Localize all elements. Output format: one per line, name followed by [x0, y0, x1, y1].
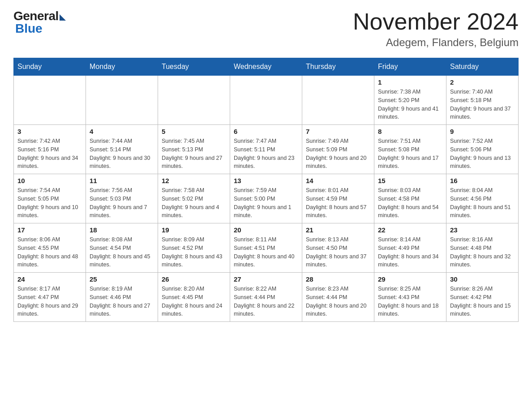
day-info: Sunrise: 7:42 AMSunset: 5:16 PMDaylight:… — [17, 137, 82, 171]
day-info: Sunrise: 8:09 AMSunset: 4:52 PMDaylight:… — [162, 235, 226, 269]
day-info: Sunrise: 7:49 AMSunset: 5:09 PMDaylight:… — [306, 137, 370, 171]
calendar-cell: 13Sunrise: 7:59 AMSunset: 5:00 PMDayligh… — [230, 174, 302, 223]
calendar-cell: 25Sunrise: 8:19 AMSunset: 4:46 PMDayligh… — [86, 273, 158, 322]
weekday-header-monday: Monday — [86, 58, 158, 76]
day-info: Sunrise: 8:17 AMSunset: 4:47 PMDaylight:… — [17, 285, 82, 318]
calendar-cell: 2Sunrise: 7:40 AMSunset: 5:18 PMDaylight… — [446, 76, 519, 125]
calendar-cell: 1Sunrise: 7:38 AMSunset: 5:20 PMDaylight… — [374, 76, 446, 125]
calendar-cell: 11Sunrise: 7:56 AMSunset: 5:03 PMDayligh… — [86, 174, 158, 223]
calendar-cell: 22Sunrise: 8:14 AMSunset: 4:49 PMDayligh… — [374, 223, 446, 273]
calendar-cell: 21Sunrise: 8:13 AMSunset: 4:50 PMDayligh… — [302, 223, 374, 273]
day-info: Sunrise: 7:47 AMSunset: 5:11 PMDaylight:… — [234, 137, 298, 171]
day-number: 7 — [306, 128, 370, 135]
day-info: Sunrise: 8:04 AMSunset: 4:56 PMDaylight:… — [450, 186, 515, 220]
calendar-cell: 20Sunrise: 8:11 AMSunset: 4:51 PMDayligh… — [230, 223, 302, 273]
day-info: Sunrise: 8:11 AMSunset: 4:51 PMDaylight:… — [234, 235, 298, 269]
day-info: Sunrise: 8:19 AMSunset: 4:46 PMDaylight:… — [90, 285, 154, 318]
day-info: Sunrise: 7:56 AMSunset: 5:03 PMDaylight:… — [90, 186, 154, 220]
calendar-cell: 26Sunrise: 8:20 AMSunset: 4:45 PMDayligh… — [158, 273, 230, 322]
day-number: 11 — [90, 177, 154, 184]
calendar-cell — [86, 76, 158, 125]
day-number: 8 — [378, 128, 442, 135]
logo: General Blue — [13, 9, 66, 36]
day-info: Sunrise: 7:54 AMSunset: 5:05 PMDaylight:… — [17, 186, 82, 220]
day-number: 26 — [162, 275, 226, 283]
week-row-1: 1Sunrise: 7:38 AMSunset: 5:20 PMDaylight… — [14, 76, 519, 125]
month-title: November 2024 — [353, 9, 519, 34]
day-number: 28 — [306, 275, 370, 283]
day-number: 12 — [162, 177, 226, 184]
calendar-cell: 3Sunrise: 7:42 AMSunset: 5:16 PMDaylight… — [14, 125, 86, 174]
calendar-cell: 6Sunrise: 7:47 AMSunset: 5:11 PMDaylight… — [230, 125, 302, 174]
day-info: Sunrise: 7:51 AMSunset: 5:08 PMDaylight:… — [378, 137, 442, 171]
calendar-cell: 12Sunrise: 7:58 AMSunset: 5:02 PMDayligh… — [158, 174, 230, 223]
calendar-cell — [230, 76, 302, 125]
day-info: Sunrise: 8:01 AMSunset: 4:59 PMDaylight:… — [306, 186, 370, 220]
day-info: Sunrise: 8:22 AMSunset: 4:44 PMDaylight:… — [234, 285, 298, 318]
day-number: 14 — [306, 177, 370, 184]
day-number: 25 — [90, 275, 154, 283]
weekday-header-thursday: Thursday — [302, 58, 374, 76]
day-number: 16 — [450, 177, 515, 184]
calendar-cell: 16Sunrise: 8:04 AMSunset: 4:56 PMDayligh… — [446, 174, 519, 223]
calendar-cell: 9Sunrise: 7:52 AMSunset: 5:06 PMDaylight… — [446, 125, 519, 174]
weekday-header-wednesday: Wednesday — [230, 58, 302, 76]
calendar-cell: 23Sunrise: 8:16 AMSunset: 4:48 PMDayligh… — [446, 223, 519, 273]
day-number: 30 — [450, 275, 515, 283]
day-info: Sunrise: 7:58 AMSunset: 5:02 PMDaylight:… — [162, 186, 226, 220]
day-info: Sunrise: 8:14 AMSunset: 4:49 PMDaylight:… — [378, 235, 442, 269]
day-number: 3 — [17, 128, 82, 135]
logo-blue-text: Blue — [15, 21, 43, 36]
calendar-cell: 24Sunrise: 8:17 AMSunset: 4:47 PMDayligh… — [14, 273, 86, 322]
day-number: 5 — [162, 128, 226, 135]
day-info: Sunrise: 7:52 AMSunset: 5:06 PMDaylight:… — [450, 137, 515, 171]
day-number: 10 — [17, 177, 82, 184]
day-number: 29 — [378, 275, 442, 283]
calendar-cell: 8Sunrise: 7:51 AMSunset: 5:08 PMDaylight… — [374, 125, 446, 174]
day-number: 21 — [306, 226, 370, 234]
day-number: 1 — [378, 78, 442, 86]
day-number: 9 — [450, 128, 515, 135]
day-info: Sunrise: 8:26 AMSunset: 4:42 PMDaylight:… — [450, 285, 515, 318]
day-number: 6 — [234, 128, 298, 135]
calendar-cell — [14, 76, 86, 125]
day-info: Sunrise: 7:45 AMSunset: 5:13 PMDaylight:… — [162, 137, 226, 171]
day-number: 19 — [162, 226, 226, 234]
day-number: 18 — [90, 226, 154, 234]
week-row-5: 24Sunrise: 8:17 AMSunset: 4:47 PMDayligh… — [14, 273, 519, 322]
calendar-cell: 7Sunrise: 7:49 AMSunset: 5:09 PMDaylight… — [302, 125, 374, 174]
week-row-3: 10Sunrise: 7:54 AMSunset: 5:05 PMDayligh… — [14, 174, 519, 223]
day-number: 27 — [234, 275, 298, 283]
calendar-table: SundayMondayTuesdayWednesdayThursdayFrid… — [13, 58, 519, 322]
day-number: 4 — [90, 128, 154, 135]
calendar-cell — [302, 76, 374, 125]
day-info: Sunrise: 8:23 AMSunset: 4:44 PMDaylight:… — [306, 285, 370, 318]
day-info: Sunrise: 8:06 AMSunset: 4:55 PMDaylight:… — [17, 235, 82, 269]
week-row-4: 17Sunrise: 8:06 AMSunset: 4:55 PMDayligh… — [14, 223, 519, 273]
calendar-cell — [158, 76, 230, 125]
weekday-header-saturday: Saturday — [446, 58, 519, 76]
day-number: 17 — [17, 226, 82, 234]
location-text: Adegem, Flanders, Belgium — [353, 36, 519, 49]
title-section: November 2024 Adegem, Flanders, Belgium — [353, 9, 519, 49]
day-info: Sunrise: 8:03 AMSunset: 4:58 PMDaylight:… — [378, 186, 442, 220]
day-info: Sunrise: 7:59 AMSunset: 5:00 PMDaylight:… — [234, 186, 298, 220]
calendar-cell: 4Sunrise: 7:44 AMSunset: 5:14 PMDaylight… — [86, 125, 158, 174]
day-number: 23 — [450, 226, 515, 234]
calendar-cell: 30Sunrise: 8:26 AMSunset: 4:42 PMDayligh… — [446, 273, 519, 322]
week-row-2: 3Sunrise: 7:42 AMSunset: 5:16 PMDaylight… — [14, 125, 519, 174]
page-header: General Blue November 2024 Adegem, Fland… — [13, 9, 519, 49]
day-info: Sunrise: 7:40 AMSunset: 5:18 PMDaylight:… — [450, 88, 515, 121]
weekday-header-row: SundayMondayTuesdayWednesdayThursdayFrid… — [14, 58, 519, 76]
day-info: Sunrise: 7:38 AMSunset: 5:20 PMDaylight:… — [378, 88, 442, 121]
calendar-cell: 5Sunrise: 7:45 AMSunset: 5:13 PMDaylight… — [158, 125, 230, 174]
day-info: Sunrise: 8:16 AMSunset: 4:48 PMDaylight:… — [450, 235, 515, 269]
day-number: 24 — [17, 275, 82, 283]
day-number: 2 — [450, 78, 515, 86]
calendar-cell: 17Sunrise: 8:06 AMSunset: 4:55 PMDayligh… — [14, 223, 86, 273]
day-number: 22 — [378, 226, 442, 234]
day-info: Sunrise: 8:25 AMSunset: 4:43 PMDaylight:… — [378, 285, 442, 318]
calendar-cell: 28Sunrise: 8:23 AMSunset: 4:44 PMDayligh… — [302, 273, 374, 322]
day-info: Sunrise: 8:20 AMSunset: 4:45 PMDaylight:… — [162, 285, 226, 318]
calendar-cell: 14Sunrise: 8:01 AMSunset: 4:59 PMDayligh… — [302, 174, 374, 223]
